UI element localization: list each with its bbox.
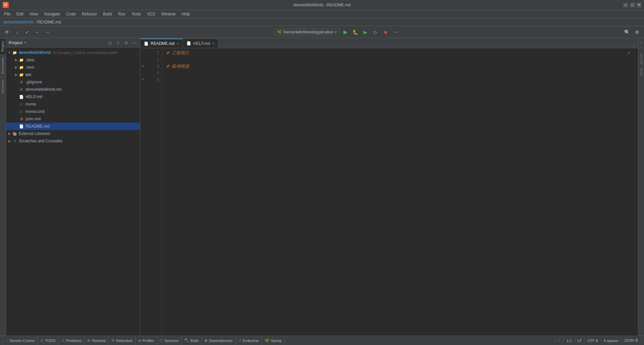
run-config-label: DemoHelloWorldApplication xyxy=(283,30,333,34)
menu-item-window[interactable]: Window xyxy=(159,11,178,17)
title-bar: IJ demoHelloWorld - README.md ─ □ ✕ xyxy=(0,0,644,10)
tree-help-md[interactable]: ▶ 📄 HELP.md xyxy=(6,93,140,100)
gutter-fold-3[interactable]: ▼ xyxy=(140,63,146,70)
readme-tab-close[interactable]: ✕ xyxy=(176,42,179,46)
coverage-button[interactable]: ▶ xyxy=(361,28,370,37)
tree-idea-folder[interactable]: ▶ 📁 .idea xyxy=(6,56,140,64)
big-data-label[interactable]: Big Data xyxy=(640,53,643,65)
dependencies-status[interactable]: ◉ Dependencies xyxy=(202,336,235,345)
services-label: Services xyxy=(164,339,178,343)
tree-scratches[interactable]: ▶ ✎ Scratches and Consoles xyxy=(6,137,140,145)
tree-external-libs[interactable]: ▶ 📚 External Libraries xyxy=(6,130,140,137)
delombok-icon: ⚙ xyxy=(111,338,115,343)
todo-status[interactable]: ☑ TODO xyxy=(38,336,59,345)
code-hash-1: # xyxy=(166,50,172,56)
line-num-1: 1 xyxy=(148,50,159,56)
settings-button[interactable]: ⚙ xyxy=(633,28,641,37)
editor-content[interactable]: ▼ ▼ 1 2 3 4 5 # 工程简介 # xyxy=(140,48,638,336)
run-config-selector[interactable]: 🌿 DemoHelloWorldApplication ▾ xyxy=(274,29,339,36)
tree-pom-xml[interactable]: ▶ ⊞ pom.xml xyxy=(6,115,140,123)
menu-item-run[interactable]: Run xyxy=(115,11,128,17)
git-sidebar-icon[interactable]: ⑂ xyxy=(639,45,644,50)
tree-src-folder[interactable]: ▶ 📁 src xyxy=(6,71,140,78)
menu-item-navigate[interactable]: Navigate xyxy=(42,11,63,17)
status-warnings[interactable]: ✓ xyxy=(555,338,564,343)
panel-options-button[interactable]: ⚙ xyxy=(123,40,129,46)
editor-gutter: ▼ ▼ xyxy=(140,48,146,336)
run-button[interactable]: ▶ xyxy=(341,28,350,37)
status-json[interactable]: JSON ⚙ xyxy=(622,338,641,343)
status-indent[interactable]: 4 spaces xyxy=(601,339,622,343)
debug-button[interactable]: 🐛 xyxy=(351,28,360,37)
editor-tabs-bar: 📄 README.md ✕ 📄 HELP.md ✕ ⋮ xyxy=(140,38,638,48)
waive-label[interactable]: Waive xyxy=(640,68,643,76)
tree-gitignore[interactable]: ▶ ⚙ .gitignore xyxy=(6,78,140,86)
bookmarks-tab[interactable]: Bookmarks xyxy=(0,54,6,77)
sync-button[interactable]: ⟳ xyxy=(3,28,11,37)
git-commit-button[interactable]: ✓ xyxy=(23,28,32,37)
ext-libs-icon: 📚 xyxy=(12,131,17,136)
menu-item-view[interactable]: View xyxy=(27,11,41,17)
search-everywhere-button[interactable]: 🔍 xyxy=(623,28,631,37)
tree-mvnw-cmd[interactable]: ▶ ▷ mvnw.cmd xyxy=(6,108,140,115)
menu-item-edit[interactable]: Edit xyxy=(14,11,26,17)
maximize-button[interactable]: □ xyxy=(630,3,635,7)
menu-item-code[interactable]: Code xyxy=(63,11,78,17)
title-bar-controls: ─ □ ✕ xyxy=(623,3,641,7)
help-tab-close[interactable]: ✕ xyxy=(212,42,215,45)
menu-bar: FileEditViewNavigateCodeRefactorBuildRun… xyxy=(0,10,644,18)
minimize-panel-button[interactable]: — xyxy=(131,40,137,46)
more-run-button[interactable]: ⋯ xyxy=(391,28,400,37)
delombok-status[interactable]: ⚙ Delombok xyxy=(109,336,136,345)
tree-mvn-folder[interactable]: ▶ 📁 .mvn xyxy=(6,64,140,71)
minimize-button[interactable]: ─ xyxy=(623,3,628,7)
back-button[interactable]: ← xyxy=(33,28,42,37)
forward-button[interactable]: → xyxy=(43,28,52,37)
build-status[interactable]: 🔨 Build xyxy=(181,336,201,345)
collapse-all-button[interactable]: ≡ xyxy=(115,40,121,46)
project-tab[interactable]: Project xyxy=(0,38,6,54)
mvnw-cmd-icon: ▷ xyxy=(19,109,24,114)
locate-file-button[interactable]: ◎ xyxy=(107,40,113,46)
status-line-ending[interactable]: LF xyxy=(575,339,585,343)
menu-item-tools[interactable]: Tools xyxy=(129,11,144,17)
gutter-fold-5[interactable]: ▼ xyxy=(140,76,146,83)
tree-iml-file[interactable]: ▶ ⚙ demoHelloWorld.iml xyxy=(6,86,140,93)
code-heading-1: 工程简介 xyxy=(172,50,189,56)
breadcrumb-project[interactable]: demoHelloWorld xyxy=(3,20,33,24)
tree-root-node[interactable]: ▼ 📁 demoHelloWorld D:\Songbai_Code\a_int… xyxy=(6,49,140,56)
code-editor[interactable]: # 工程简介 # 延伸阅读 xyxy=(162,48,638,336)
close-button[interactable]: ✕ xyxy=(637,3,641,7)
status-encoding[interactable]: UTF-8 xyxy=(585,339,601,343)
problems-status[interactable]: ⚠ Problems xyxy=(59,336,85,345)
breadcrumb-file[interactable]: README.md xyxy=(37,20,61,24)
tab-readme[interactable]: 📄 README.md ✕ xyxy=(140,39,183,48)
version-control-status[interactable]: ⑂ Version Control xyxy=(3,336,38,345)
notifications-icon[interactable]: ✓ xyxy=(639,40,644,44)
menu-item-vcs[interactable]: VCS xyxy=(144,11,158,17)
stop-button[interactable]: ■ xyxy=(381,28,390,37)
tree-readme-md[interactable]: ▶ 📄 README.md xyxy=(6,123,140,130)
editor-tabs-menu[interactable]: ⋮ xyxy=(631,42,637,48)
run-another-button[interactable]: ▷ xyxy=(371,28,380,37)
menu-item-help[interactable]: Help xyxy=(179,11,193,17)
ext-libs-arrow: ▶ xyxy=(7,132,11,136)
terminal-status[interactable]: ⊞ Terminal xyxy=(85,336,109,345)
services-status[interactable]: ⬡ Services xyxy=(157,336,181,345)
status-line-col[interactable]: 1:1 xyxy=(564,339,575,343)
root-name: demoHelloWorld xyxy=(19,50,51,55)
tab-help[interactable]: 📄 HELP.md ✕ xyxy=(183,39,218,48)
menu-item-refactor[interactable]: Refactor xyxy=(79,11,100,17)
todo-icon: ☑ xyxy=(40,338,44,343)
spring-icon: 🌿 xyxy=(265,338,269,343)
spring-status[interactable]: 🌿 Spring xyxy=(262,336,284,345)
menu-item-build[interactable]: Build xyxy=(100,11,115,17)
endpoints-status[interactable]: ↗ Endpoints xyxy=(235,336,262,345)
tree-mvnw[interactable]: ▶ ▷ mvnw xyxy=(6,100,140,108)
code-heading-3: 延伸阅读 xyxy=(172,63,189,70)
menu-item-file[interactable]: File xyxy=(1,11,13,17)
profiler-status[interactable]: ◈ Profiler xyxy=(136,336,157,345)
git-update-button[interactable]: ↓ xyxy=(13,28,21,37)
help-tab-icon: 📄 xyxy=(186,41,191,46)
structure-tab[interactable]: Structure xyxy=(0,77,6,96)
